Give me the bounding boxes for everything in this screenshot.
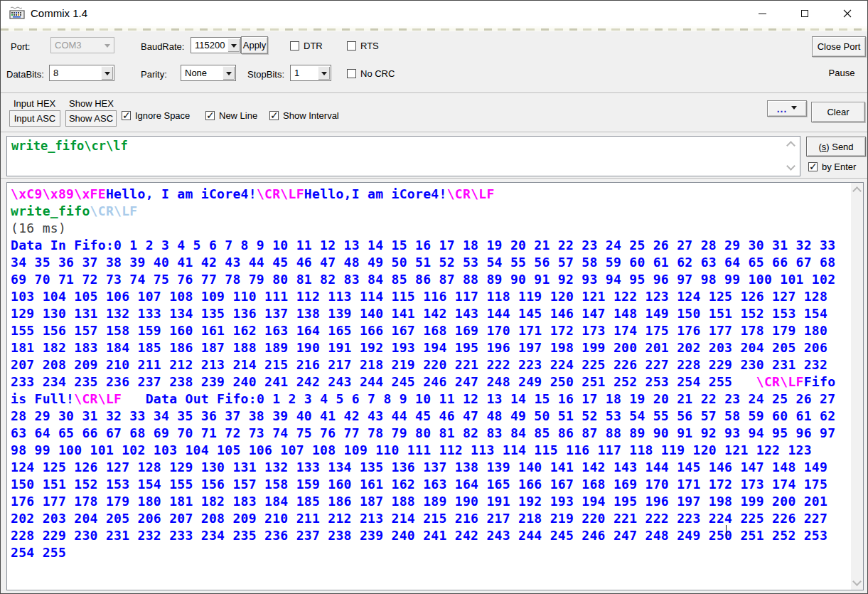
scroll-up-icon[interactable] xyxy=(852,186,862,196)
minimize-button[interactable] xyxy=(741,1,783,26)
output-scrollbar[interactable] xyxy=(851,183,863,590)
show-interval-checkbox[interactable]: Show Interval xyxy=(269,110,339,121)
no-crc-label: No CRC xyxy=(360,68,395,79)
show-interval-checkbox-box[interactable] xyxy=(269,111,279,120)
minimize-icon xyxy=(759,14,766,14)
more-options-button[interactable]: ... xyxy=(767,100,807,117)
by-enter-label: by Enter xyxy=(822,161,856,172)
ignore-space-checkbox-box[interactable] xyxy=(122,111,131,120)
databits-value: 8 xyxy=(53,65,58,80)
databits-dropdown-icon[interactable] xyxy=(101,66,113,80)
databits-label: DataBits: xyxy=(6,69,44,80)
more-dropdown-icon xyxy=(791,106,797,112)
port-value: COM3 xyxy=(55,38,82,53)
port-select[interactable]: COM3 xyxy=(50,37,114,53)
stopbits-value: 1 xyxy=(294,65,299,80)
port-label: Port: xyxy=(11,41,30,52)
output-area[interactable]: \xC9\x89\xFEHello, I am iCore4!\CR\LFHel… xyxy=(6,182,864,590)
rts-checkbox[interactable]: RTS xyxy=(347,41,379,51)
show-hex-toggle[interactable]: Show HEX xyxy=(69,97,114,110)
close-icon xyxy=(843,9,852,18)
pause-button[interactable]: Pause xyxy=(818,65,865,80)
send-input[interactable]: write_fifo\cr\lf xyxy=(6,136,800,176)
output-panel: \xC9\x89\xFEHello, I am iCore4!\CR\LFHel… xyxy=(1,179,867,594)
input-hex-toggle[interactable]: Input HEX xyxy=(14,97,55,110)
dtr-checkbox[interactable]: DTR xyxy=(290,41,323,51)
display-options-toolbar: Input HEX Input ASC Show HEX Show ASC Ig… xyxy=(1,94,867,132)
maximize-button[interactable] xyxy=(784,1,825,26)
keyboard-app-icon xyxy=(9,6,25,20)
close-port-button[interactable]: Close Port xyxy=(812,36,866,57)
by-enter-checkbox-box[interactable] xyxy=(808,162,818,171)
maximize-icon xyxy=(801,10,808,17)
no-crc-checkbox[interactable]: No CRC xyxy=(347,68,395,79)
input-scroll-down-icon[interactable] xyxy=(786,161,795,171)
stopbits-label: StopBits: xyxy=(247,69,284,80)
text-caret xyxy=(726,525,727,539)
stopbits-select[interactable]: 1 xyxy=(290,65,331,81)
input-scroll-up-icon[interactable] xyxy=(786,141,795,150)
baudrate-dropdown-icon[interactable] xyxy=(227,38,240,52)
new-line-checkbox[interactable]: New Line xyxy=(205,110,257,121)
input-asc-toggle[interactable]: Input ASC xyxy=(9,110,60,127)
stopbits-dropdown-icon[interactable] xyxy=(318,66,330,80)
port-settings-panel: Port: COM3 BaudRate: 115200 Apply DTR RT… xyxy=(1,31,867,93)
apply-button[interactable]: Apply xyxy=(241,36,268,54)
baudrate-label: BaudRate: xyxy=(141,41,184,52)
clipped-toolbar-strip xyxy=(1,26,867,31)
rts-checkbox-box[interactable] xyxy=(347,41,356,51)
show-interval-label: Show Interval xyxy=(283,110,339,121)
parity-dropdown-icon[interactable] xyxy=(223,66,235,80)
commix-window: Commix 1.4 Port: COM3 BaudRate: 115200 A… xyxy=(0,0,868,594)
ignore-space-label: Ignore Space xyxy=(135,110,190,121)
baudrate-select[interactable]: 115200 xyxy=(191,37,241,53)
new-line-label: New Line xyxy=(219,110,257,121)
send-button-label-post: ) Send xyxy=(826,142,853,152)
send-panel: write_fifo\cr\lf (s) Send by Enter xyxy=(1,133,867,179)
baudrate-value: 115200 xyxy=(195,38,225,53)
send-input-text: write_fifo\cr\lf xyxy=(11,139,128,153)
scroll-down-icon[interactable] xyxy=(852,577,862,586)
parity-select[interactable]: None xyxy=(181,65,236,81)
titlebar: Commix 1.4 xyxy=(1,1,867,26)
by-enter-checkbox[interactable]: by Enter xyxy=(808,161,856,172)
ellipsis-icon: ... xyxy=(777,105,788,112)
new-line-checkbox-box[interactable] xyxy=(205,111,215,120)
rts-label: RTS xyxy=(360,41,379,51)
clear-button[interactable]: Clear xyxy=(811,102,865,122)
output-text: \xC9\x89\xFEHello, I am iCore4!\CR\LFHel… xyxy=(11,186,837,561)
no-crc-checkbox-box[interactable] xyxy=(347,69,356,78)
ignore-space-checkbox[interactable]: Ignore Space xyxy=(122,110,190,121)
port-dropdown-icon[interactable] xyxy=(101,38,113,52)
dtr-checkbox-box[interactable] xyxy=(290,41,299,51)
parity-label: Parity: xyxy=(141,69,167,80)
close-button[interactable] xyxy=(827,1,868,26)
databits-select[interactable]: 8 xyxy=(49,65,114,81)
parity-value: None xyxy=(185,65,207,80)
window-title: Commix 1.4 xyxy=(31,1,87,26)
send-button[interactable]: (s) Send xyxy=(806,137,866,157)
show-asc-toggle[interactable]: Show ASC xyxy=(65,110,117,127)
dtr-label: DTR xyxy=(304,41,323,51)
